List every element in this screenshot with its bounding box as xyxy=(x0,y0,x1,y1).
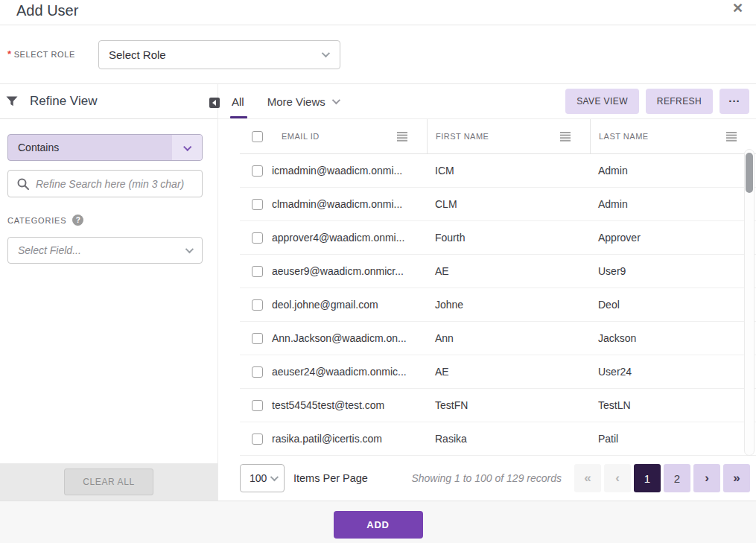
last-name-value: Patil xyxy=(598,433,618,445)
email-value: aeuser9@waadicm.onmicr... xyxy=(272,265,404,277)
select-all-checkbox[interactable] xyxy=(252,131,263,142)
email-cell: Ann.Jackson@waadicm.on... xyxy=(240,332,427,344)
email-value: rasika.patil@icertis.com xyxy=(272,433,382,445)
first-name-cell: AE xyxy=(427,265,590,277)
first-name-value: AE xyxy=(435,265,449,277)
row-checkbox[interactable] xyxy=(252,434,263,445)
collapse-panel-icon[interactable] xyxy=(209,98,220,108)
column-label: LAST NAME xyxy=(599,132,649,141)
close-icon[interactable]: ✕ xyxy=(731,1,745,16)
category-field-select[interactable]: Select Field... xyxy=(7,237,203,264)
row-checkbox[interactable] xyxy=(252,266,263,277)
select-role-label-text: SELECT ROLE xyxy=(14,50,75,59)
last-name-value: Approver xyxy=(598,232,641,244)
save-view-button[interactable]: SAVE VIEW xyxy=(565,89,639,114)
last-name-cell: User24 xyxy=(590,366,756,378)
refresh-button[interactable]: REFRESH xyxy=(646,89,713,114)
chevron-down-icon xyxy=(322,48,330,57)
row-checkbox[interactable] xyxy=(252,333,263,344)
table-row: aeuser24@waadicm.onmic...AEUser24 xyxy=(240,355,756,389)
table-row: clmadmin@waadicm.onmi...CLMAdmin xyxy=(240,188,756,221)
refine-search-box xyxy=(7,170,203,197)
table-row: rasika.patil@icertis.comRasikaPatil xyxy=(240,422,756,456)
email-cell: aeuser9@waadicm.onmicr... xyxy=(240,265,427,277)
more-views-dropdown[interactable]: More Views xyxy=(267,95,338,108)
row-checkbox[interactable] xyxy=(252,165,263,177)
first-name-value: Rasika xyxy=(435,433,467,445)
scrollbar-track xyxy=(744,149,755,456)
refine-view-title: Refine View xyxy=(30,94,97,109)
modal-footer: ADD xyxy=(0,501,756,543)
email-cell: test54545test@test.com xyxy=(240,399,427,411)
row-checkbox[interactable] xyxy=(252,366,263,378)
email-cell: rasika.patil@icertis.com xyxy=(240,433,427,445)
email-value: Ann.Jackson@waadicm.on... xyxy=(272,332,407,344)
last-name-cell: Admin xyxy=(590,198,756,210)
column-menu-icon[interactable] xyxy=(726,132,737,142)
row-checkbox[interactable] xyxy=(252,400,263,411)
column-menu-icon[interactable] xyxy=(397,132,407,142)
email-cell: aeuser24@waadicm.onmic... xyxy=(240,366,427,378)
email-cell: icmadmin@waadicm.onmi... xyxy=(240,165,427,177)
column-header-last-name: LAST NAME xyxy=(590,119,756,153)
row-checkbox[interactable] xyxy=(252,299,263,311)
first-name-value: Ann xyxy=(435,332,454,344)
first-name-value: Johne xyxy=(435,299,463,311)
pagination-page-2-button[interactable]: 2 xyxy=(664,464,690,492)
first-name-value: Fourth xyxy=(435,232,465,244)
first-name-cell: Fourth xyxy=(427,232,590,244)
filter-operator-select[interactable]: Contains xyxy=(7,134,203,161)
refine-search-input[interactable] xyxy=(36,178,194,190)
row-checkbox[interactable] xyxy=(252,199,263,210)
row-checkbox[interactable] xyxy=(252,232,263,244)
email-value: test54545test@test.com xyxy=(272,399,384,411)
user-grid-panel: All More Views SAVE VIEW REFRESH ... EMA… xyxy=(218,84,756,501)
last-name-cell: Patil xyxy=(590,433,756,445)
last-name-cell: Deol xyxy=(590,299,756,311)
search-icon xyxy=(17,178,29,190)
pagination-prev-button[interactable]: ‹ xyxy=(604,464,631,492)
email-value: icmadmin@waadicm.onmi... xyxy=(272,165,402,177)
chevron-down-icon xyxy=(185,245,194,253)
first-name-cell: Ann xyxy=(427,332,590,344)
tab-all[interactable]: All xyxy=(231,84,245,118)
required-asterisk: * xyxy=(7,50,12,58)
clear-all-button[interactable]: CLEAR ALL xyxy=(64,469,153,495)
pagination-first-button[interactable]: « xyxy=(574,464,601,492)
last-name-cell: Approver xyxy=(590,232,756,244)
last-name-value: User24 xyxy=(598,366,632,378)
first-name-value: CLM xyxy=(435,198,457,210)
first-name-cell: Johne xyxy=(427,299,590,311)
pagination-bar: 100 Items Per Page Showing 1 to 100 of 1… xyxy=(240,456,756,501)
chevron-down-icon xyxy=(332,96,340,104)
scrollbar-thumb[interactable] xyxy=(746,153,753,193)
first-name-value: ICM xyxy=(435,165,454,177)
help-icon[interactable]: ? xyxy=(72,215,83,226)
table-row: test54545test@test.comTestFNTestLN xyxy=(240,389,756,422)
first-name-value: AE xyxy=(435,366,449,378)
select-role-label: * SELECT ROLE xyxy=(7,50,98,59)
items-per-page-select[interactable]: 100 xyxy=(240,464,285,492)
categories-label: CATEGORIES xyxy=(7,216,66,225)
pagination-last-button[interactable]: » xyxy=(723,464,750,492)
column-header-first-name: FIRST NAME xyxy=(427,119,590,153)
add-button[interactable]: ADD xyxy=(334,511,423,539)
last-name-cell: TestLN xyxy=(590,399,756,411)
column-menu-icon[interactable] xyxy=(560,132,571,142)
filter-operator-value: Contains xyxy=(8,135,172,160)
table-row: Ann.Jackson@waadicm.on...AnnJackson xyxy=(240,322,756,355)
refine-view-header: Refine View xyxy=(0,84,217,119)
more-options-button[interactable]: ... xyxy=(720,89,749,114)
role-select-value: Select Role xyxy=(109,48,166,61)
role-select[interactable]: Select Role xyxy=(98,40,340,69)
first-name-cell: Rasika xyxy=(427,433,590,445)
email-value: deol.johne@gmail.com xyxy=(272,299,378,311)
grid-toolbar: All More Views SAVE VIEW REFRESH ... xyxy=(218,84,756,119)
clear-all-bar: CLEAR ALL xyxy=(0,463,217,501)
pagination-page-1-button[interactable]: 1 xyxy=(634,464,661,492)
refine-view-content: Contains CATEGORIES ? Select Field... xyxy=(0,119,217,463)
pagination-next-button[interactable]: › xyxy=(693,464,720,492)
first-name-value: TestFN xyxy=(435,399,468,411)
last-name-cell: Admin xyxy=(590,165,756,177)
last-name-cell: Jackson xyxy=(590,332,756,344)
